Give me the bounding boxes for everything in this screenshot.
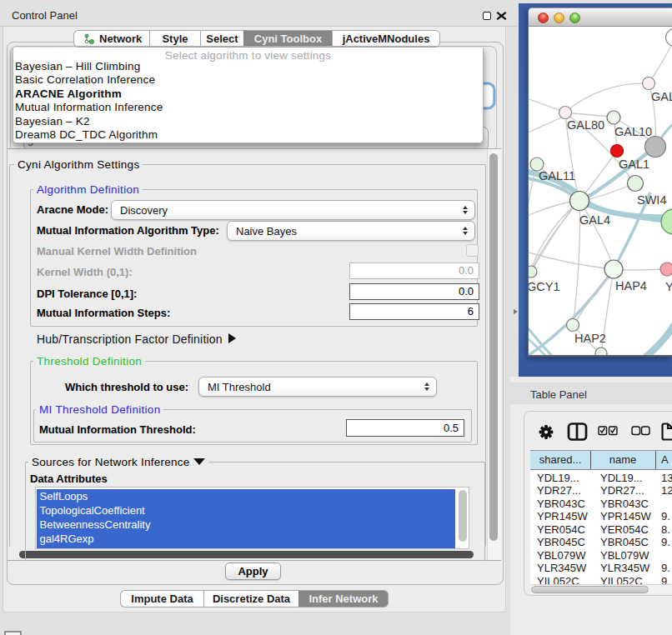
svg-text:HAP4: HAP4 [615, 279, 647, 292]
svg-text:GAL80: GAL80 [567, 118, 604, 132]
svg-text:GAL4: GAL4 [579, 213, 610, 227]
svg-text:GAL10: GAL10 [614, 125, 652, 138]
svg-text:GAL1: GAL1 [619, 158, 649, 171]
svg-text:HAP2: HAP2 [574, 332, 606, 345]
svg-text:GCY1: GCY1 [529, 280, 560, 293]
svg-text:GAL11: GAL11 [539, 169, 575, 182]
svg-text:GAL7: GAL7 [651, 90, 672, 103]
svg-text:SWI4: SWI4 [637, 193, 666, 207]
svg-text:Y: Y [665, 280, 672, 293]
